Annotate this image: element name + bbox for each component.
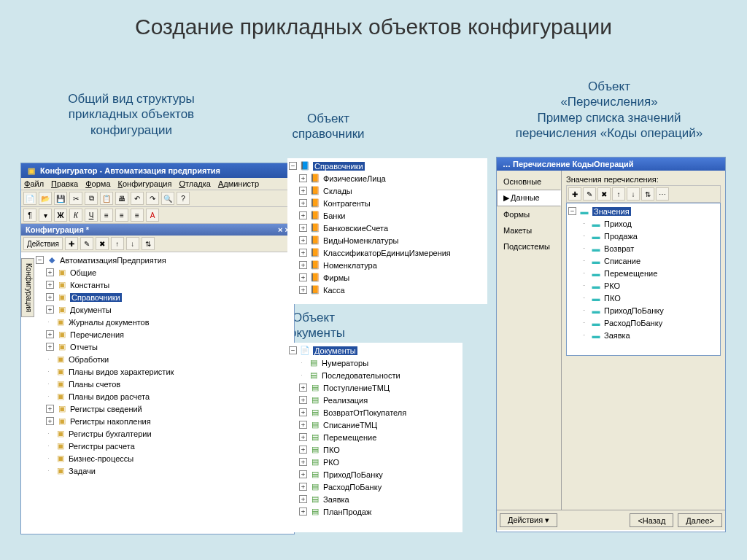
tree-a[interactable]: − ◆ АвтоматизацияПредприятия +▣Общие+▣Ко… bbox=[34, 252, 294, 478]
tb-actions[interactable]: Действия bbox=[23, 237, 63, 250]
enum-value[interactable]: ··▬РКО bbox=[567, 279, 720, 292]
tb-align-l[interactable]: ≡ bbox=[100, 209, 113, 222]
tb-open[interactable]: 📂 bbox=[39, 192, 52, 205]
tb-save[interactable]: 💾 bbox=[54, 192, 67, 205]
tb-del[interactable]: ✖ bbox=[96, 237, 109, 250]
vertical-tab[interactable]: Конфигурация bbox=[21, 258, 34, 317]
tree-item[interactable]: +▣Константы bbox=[34, 279, 294, 291]
tree-item[interactable]: +▤ПриходПоБанку bbox=[287, 468, 462, 481]
tree-item[interactable]: ·▣Задачи bbox=[34, 464, 294, 477]
tree-item[interactable]: +▣Общие bbox=[34, 266, 294, 279]
tree-item[interactable]: +📙ВидыНоменклатуры bbox=[287, 234, 487, 246]
expander-icon[interactable]: + bbox=[299, 199, 307, 207]
tree-item[interactable]: ·▣Регистры бухгалтерии bbox=[34, 427, 294, 440]
expander-icon[interactable]: + bbox=[299, 433, 307, 441]
tb-color[interactable]: A bbox=[146, 209, 159, 222]
tree-c[interactable]: − 📄 Документы ·▤Нумераторы·▤Последовател… bbox=[287, 343, 462, 519]
mtb-up[interactable]: ↑ bbox=[612, 187, 625, 201]
expander-icon[interactable]: + bbox=[299, 495, 307, 503]
tb-undo[interactable]: ↶ bbox=[131, 192, 144, 205]
mtb-edit[interactable]: ✎ bbox=[583, 187, 596, 201]
expander-icon[interactable]: + bbox=[299, 249, 307, 257]
expander-icon[interactable]: + bbox=[299, 421, 307, 429]
expander-icon[interactable]: + bbox=[46, 405, 54, 413]
expander-icon[interactable]: + bbox=[299, 470, 307, 478]
tree-item[interactable]: +📙Касса bbox=[287, 284, 487, 296]
tb-italic[interactable]: К bbox=[69, 209, 82, 222]
tb-bold[interactable]: Ж bbox=[54, 209, 67, 222]
tree-item[interactable]: ·▣Планы видов расчета bbox=[34, 390, 294, 402]
btn-actions[interactable]: Действия ▾ bbox=[500, 513, 557, 527]
expander-icon[interactable]: + bbox=[299, 396, 307, 404]
tb-down[interactable]: ↓ bbox=[126, 237, 139, 250]
tb-find[interactable]: 🔍 bbox=[161, 192, 174, 205]
tb-redo[interactable]: ↷ bbox=[146, 192, 159, 205]
expander-icon[interactable]: + bbox=[299, 187, 307, 195]
tree-item[interactable]: ·▣Планы счетов bbox=[34, 378, 294, 390]
tree-item[interactable]: +📙БанковскиеСчета bbox=[287, 222, 487, 234]
enum-value[interactable]: ··▬Возврат bbox=[567, 242, 720, 254]
expander-icon[interactable]: + bbox=[46, 330, 54, 338]
expander-icon[interactable]: + bbox=[46, 281, 54, 289]
tree-item[interactable]: +📙Банки bbox=[287, 209, 487, 222]
expander-icon[interactable]: + bbox=[299, 483, 307, 491]
tree-item[interactable]: ·▣Журналы документов bbox=[34, 316, 294, 328]
expander-icon[interactable]: + bbox=[46, 306, 54, 314]
expander-icon[interactable]: + bbox=[299, 286, 307, 294]
tree-b[interactable]: − 📘 Справочники +📙ФизическиеЛица+📙Склады… bbox=[287, 158, 487, 298]
tb-sort[interactable]: ⇅ bbox=[142, 237, 155, 250]
menu-form[interactable]: Форма bbox=[85, 179, 110, 188]
tree-item[interactable]: +▣Регистры сведений bbox=[34, 402, 294, 415]
vtab-osnovnye[interactable]: Основные bbox=[497, 174, 561, 190]
vtab-makety[interactable]: Макеты bbox=[497, 222, 561, 238]
mtb-add[interactable]: ✚ bbox=[568, 187, 581, 201]
tree-item[interactable]: +▤РКО bbox=[287, 456, 462, 468]
tb-align-r[interactable]: ≡ bbox=[131, 209, 144, 222]
menu-config[interactable]: Конфигурация bbox=[118, 179, 172, 188]
tree-item[interactable]: +▤СписаниеТМЦ bbox=[287, 419, 462, 431]
enum-value[interactable]: ··▬Списание bbox=[567, 254, 720, 267]
expander-icon[interactable]: + bbox=[299, 174, 307, 182]
tree-item[interactable]: +▣Справочники bbox=[34, 291, 294, 303]
menu-file[interactable]: Файл bbox=[24, 179, 44, 188]
menu-debug[interactable]: Отладка bbox=[179, 179, 211, 188]
expander-icon[interactable]: + bbox=[299, 261, 307, 269]
tree-item[interactable]: +▤ПКО bbox=[287, 443, 462, 456]
expander-icon[interactable]: − bbox=[289, 346, 297, 354]
menubar[interactable]: Файл Правка Форма Конфигурация Отладка А… bbox=[21, 178, 294, 190]
tree-root-c[interactable]: − 📄 Документы bbox=[287, 344, 462, 357]
expander-icon[interactable]: − bbox=[568, 207, 576, 215]
expander-icon[interactable]: + bbox=[299, 446, 307, 454]
tree-item[interactable]: +▣Перечисления bbox=[34, 328, 294, 341]
expander-icon[interactable]: + bbox=[299, 408, 307, 416]
tree-item[interactable]: +📙Контрагенты bbox=[287, 197, 487, 209]
expander-icon[interactable]: + bbox=[299, 458, 307, 466]
tb-font[interactable]: ▾ bbox=[39, 209, 52, 222]
tb-cut[interactable]: ✂ bbox=[69, 192, 82, 205]
expander-icon[interactable]: + bbox=[46, 417, 54, 425]
tree-item[interactable]: +▤Заявка bbox=[287, 493, 462, 505]
tree-item[interactable]: ·▣Регистры расчета bbox=[34, 440, 294, 452]
mtb-del[interactable]: ✖ bbox=[597, 187, 611, 201]
expander-icon[interactable]: + bbox=[46, 343, 54, 351]
btn-prev[interactable]: <Назад bbox=[630, 513, 673, 527]
tree-item[interactable]: +▤РасходПоБанку bbox=[287, 481, 462, 493]
enum-value[interactable]: ··▬ПриходПоБанку bbox=[567, 304, 720, 316]
enum-value[interactable]: ··▬ПКО bbox=[567, 292, 720, 304]
tree-item[interactable]: +▤ВозвратОтПокупателя bbox=[287, 406, 462, 419]
vtab-dannye[interactable]: ▶Данные bbox=[497, 190, 561, 206]
expander-icon[interactable]: − bbox=[289, 162, 297, 170]
enum-value[interactable]: ··▬Заявка bbox=[567, 329, 720, 341]
mtb-sort[interactable]: ⇅ bbox=[641, 187, 654, 201]
expander-icon[interactable]: + bbox=[299, 508, 307, 516]
tree-item[interactable]: ·▣Обработки bbox=[34, 353, 294, 365]
enum-value[interactable]: ··▬РасходПоБанку bbox=[567, 316, 720, 329]
enum-listbox[interactable]: − ▬ Значения ··▬Приход··▬Продажа··▬Возвр… bbox=[566, 203, 721, 356]
expander-icon[interactable]: + bbox=[299, 224, 307, 232]
tree-item[interactable]: ·▣Планы видов характеристик bbox=[34, 365, 294, 378]
menu-admin[interactable]: Администр bbox=[218, 179, 259, 188]
tree-item[interactable]: +📙КлассификаторЕдиницИзмерения bbox=[287, 246, 487, 259]
menu-edit[interactable]: Правка bbox=[51, 179, 78, 188]
tree-item[interactable]: +📙Номенклатура bbox=[287, 259, 487, 271]
tb-underline[interactable]: Ч bbox=[85, 209, 98, 222]
